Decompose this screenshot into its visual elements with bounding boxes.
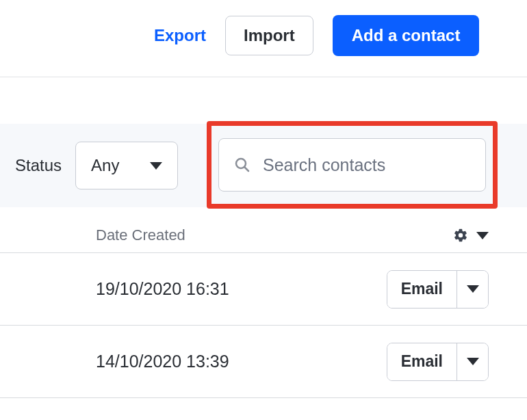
gear-icon — [453, 228, 468, 243]
top-toolbar: Export Import Add a contact — [0, 0, 527, 77]
search-icon — [234, 157, 250, 173]
row-date: 14/10/2020 13:39 — [96, 352, 229, 371]
add-contact-button[interactable]: Add a contact — [333, 15, 480, 56]
status-select[interactable]: Any — [75, 142, 178, 189]
date-created-header: Date Created — [96, 226, 185, 244]
chevron-down-icon — [467, 358, 479, 365]
chevron-down-icon — [467, 285, 479, 293]
chevron-down-icon — [476, 232, 489, 239]
row-action-dropdown[interactable] — [457, 271, 488, 308]
row-action-split-button: Email — [387, 343, 489, 381]
export-link[interactable]: Export — [154, 26, 206, 45]
status-select-value: Any — [91, 156, 119, 175]
search-box[interactable] — [218, 138, 486, 192]
email-button[interactable]: Email — [387, 271, 457, 308]
search-input[interactable] — [261, 155, 470, 176]
row-action-split-button: Email — [387, 270, 489, 309]
email-button[interactable]: Email — [387, 343, 457, 380]
column-settings[interactable] — [453, 228, 489, 243]
row-action-dropdown[interactable] — [457, 343, 488, 380]
table-row: 19/10/2020 16:31 Email — [0, 253, 527, 326]
filter-bar: Status Any — [0, 124, 527, 207]
search-highlight-box — [207, 121, 498, 209]
import-button[interactable]: Import — [225, 16, 313, 55]
row-date: 19/10/2020 16:31 — [96, 279, 229, 299]
table-row: 14/10/2020 13:39 Email — [0, 326, 527, 398]
table-header: Date Created — [0, 207, 527, 253]
svg-line-1 — [244, 167, 248, 171]
status-label: Status — [15, 156, 62, 175]
chevron-down-icon — [150, 162, 162, 170]
